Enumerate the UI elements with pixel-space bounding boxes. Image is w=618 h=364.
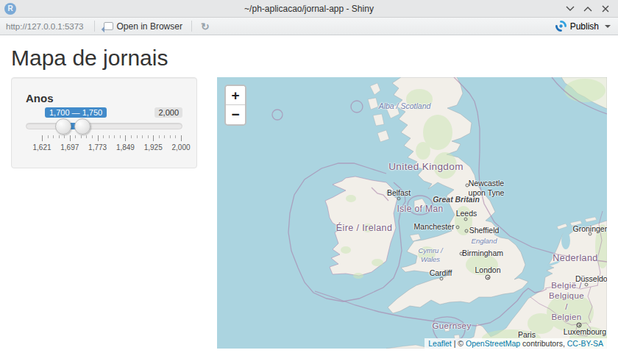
window-title: ~/ph-aplicacao/jornal-app - Shiny bbox=[0, 4, 618, 14]
open-in-browser-button[interactable]: Open in Browser bbox=[98, 18, 188, 35]
open-in-browser-icon bbox=[104, 22, 113, 30]
leaflet-map[interactable]: + − Alba / Scotland United Kingdom Great… bbox=[217, 77, 607, 349]
map-zoom-control: + − bbox=[224, 85, 246, 126]
maximize-icon[interactable] bbox=[583, 4, 593, 14]
open-in-browser-label: Open in Browser bbox=[117, 21, 182, 32]
grid-tick-minor bbox=[137, 135, 138, 138]
viewer-toolbar: http://127.0.0.1:5373 Open in Browser ↻ … bbox=[0, 18, 618, 35]
slider-grid-labels: 1,621 1,697 1,773 1,849 1,925 2,000 bbox=[42, 143, 181, 152]
grid-tick-minor bbox=[86, 135, 87, 138]
grid-tick-major bbox=[181, 135, 182, 141]
grid-tick-minor bbox=[53, 135, 54, 138]
slider-track[interactable] bbox=[26, 123, 182, 129]
capital-marker-london bbox=[486, 275, 491, 280]
grid-label: 1,773 bbox=[88, 143, 107, 151]
slider-max-value: 2,000 bbox=[154, 107, 182, 118]
leaflet-link[interactable]: Leaflet bbox=[428, 339, 452, 348]
publish-caret-icon bbox=[605, 25, 611, 28]
zoom-out-button[interactable]: − bbox=[226, 105, 245, 124]
city-marker-groningen bbox=[589, 232, 592, 236]
grid-tick-minor bbox=[175, 135, 176, 138]
city-marker-birmingham bbox=[460, 252, 464, 256]
year-range-slider[interactable]: 1,700 — 1,750 2,000 1,621 1,697 1,773 1,… bbox=[26, 107, 182, 165]
publish-button[interactable]: Publish bbox=[555, 21, 618, 32]
copyright-symbol: © bbox=[458, 339, 464, 348]
grid-tick-minor bbox=[148, 135, 149, 138]
osm-link[interactable]: OpenStreetMap bbox=[466, 339, 520, 348]
license-link[interactable]: CC-BY-SA bbox=[567, 339, 603, 348]
grid-tick-major bbox=[98, 135, 99, 141]
grid-tick-minor bbox=[159, 135, 160, 138]
city-marker-leeds bbox=[464, 218, 468, 221]
page-title: Mapa de jornais bbox=[11, 46, 618, 71]
slider-handle-to[interactable] bbox=[74, 118, 90, 135]
slider-range-value: 1,700 — 1,750 bbox=[45, 107, 107, 118]
map-attribution: Leaflet | © OpenStreetMap contributors, … bbox=[425, 338, 607, 349]
toolbar-divider bbox=[191, 21, 192, 32]
grid-tick-minor bbox=[131, 135, 132, 138]
map-tiles bbox=[217, 77, 607, 349]
city-marker-newcastle bbox=[466, 184, 469, 188]
grid-tick-minor bbox=[120, 135, 121, 138]
publish-label: Publish bbox=[570, 21, 599, 32]
refresh-button[interactable]: ↻ bbox=[195, 18, 216, 35]
window-titlebar: R ~/ph-aplicacao/jornal-app - Shiny bbox=[0, 0, 618, 18]
grid-tick-minor bbox=[109, 135, 110, 138]
capital-marker-luxembourg bbox=[577, 323, 582, 328]
city-marker-sheffield bbox=[465, 229, 469, 233]
grid-tick-minor bbox=[59, 135, 60, 138]
grid-tick-minor bbox=[142, 135, 143, 138]
zoom-in-button[interactable]: + bbox=[226, 86, 245, 105]
grid-tick-minor bbox=[92, 135, 93, 138]
grid-label: 1,849 bbox=[116, 143, 135, 151]
app-url: http://127.0.0.1:5373 bbox=[0, 22, 91, 31]
slider-grid bbox=[42, 135, 181, 141]
slider-label: Anos bbox=[26, 92, 182, 104]
grid-tick-minor bbox=[170, 135, 171, 138]
grid-tick-minor bbox=[114, 135, 115, 138]
close-icon[interactable] bbox=[600, 4, 611, 14]
city-marker-manchester bbox=[456, 226, 460, 229]
grid-label: 1,697 bbox=[60, 143, 79, 151]
grid-tick-minor bbox=[48, 135, 49, 138]
grid-tick-major bbox=[125, 135, 126, 141]
grid-tick-major bbox=[42, 135, 43, 141]
publish-icon bbox=[555, 21, 566, 32]
grid-label: 2,000 bbox=[171, 143, 190, 151]
minimize-icon[interactable] bbox=[565, 4, 575, 14]
city-marker-belfast bbox=[397, 197, 401, 201]
grid-tick-minor bbox=[103, 135, 104, 138]
sidebar-panel: Anos 1,700 — 1,750 2,000 1,621 1,697 1,7… bbox=[11, 77, 197, 168]
grid-label: 1,925 bbox=[144, 143, 163, 151]
grid-label: 1,621 bbox=[32, 143, 51, 151]
grid-tick-minor bbox=[81, 135, 82, 138]
grid-tick-minor bbox=[75, 135, 76, 138]
slider-handle-from[interactable] bbox=[55, 118, 71, 135]
grid-tick-minor bbox=[164, 135, 165, 138]
grid-tick-major bbox=[153, 135, 154, 141]
grid-tick-minor bbox=[64, 135, 65, 138]
attribution-separator: | bbox=[454, 339, 456, 348]
toolbar-divider bbox=[94, 21, 95, 32]
grid-tick-major bbox=[70, 135, 71, 141]
refresh-icon: ↻ bbox=[201, 21, 210, 32]
contributors-text: contributors, bbox=[522, 339, 565, 348]
city-marker-cardiff bbox=[440, 277, 444, 281]
city-marker-dusseldorf bbox=[585, 283, 589, 287]
